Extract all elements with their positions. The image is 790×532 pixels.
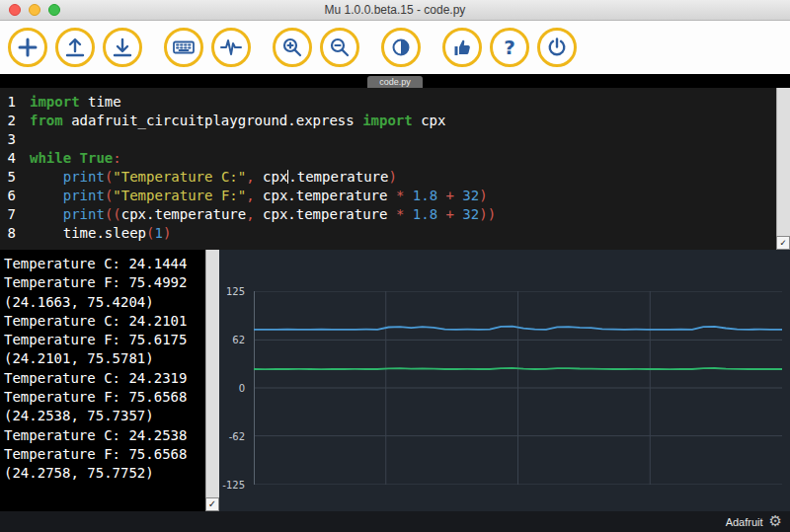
code-token: 1 [154,225,162,241]
code-token: while True [30,150,113,166]
zoom-in-button[interactable] [273,28,312,67]
code-line[interactable]: 5 print("Temperature C:", cpx.temperatur… [0,168,790,187]
code-token: time [80,94,121,110]
question-icon: ? [504,38,515,57]
console-line: (24.2538, 75.7357) [4,407,219,425]
repl-button[interactable] [164,28,203,67]
code-token [30,188,63,203]
line-number: 8 [0,224,30,243]
code-token: print [63,188,105,203]
y-tick-label: -62 [229,430,245,441]
serial-button-group [164,28,251,67]
code-token: .temperature [288,169,388,185]
console-line: Temperature C: 24.2319 [4,369,219,388]
upload-icon [64,37,86,58]
power-icon [546,37,568,58]
titlebar: Mu 1.0.0.beta.15 - code.py [0,0,790,21]
theme-button[interactable] [381,28,421,67]
console-line: Temperature C: 24.2538 [4,426,219,445]
plotter-svg [254,291,782,485]
help-button[interactable]: ? [490,28,529,67]
code-token: import [30,94,80,110]
code-token: (( [105,206,121,222]
console-scroll-checkbox[interactable]: ✓ [205,497,219,511]
code-editor[interactable]: 1import time2from adafruit_circuitplaygr… [0,88,790,250]
download-icon [112,37,133,58]
plotter-pane: 125620-62-125 [219,250,790,511]
code-token: , [246,169,254,185]
keyboard-icon [172,36,196,59]
line-number: 6 [0,187,30,205]
code-token: 32 [454,188,479,203]
code-line[interactable]: 1import time [0,93,790,112]
code-token: print [63,206,105,222]
editor-scroll-checkbox[interactable]: ✓ [776,236,790,250]
code-token: "Temperature C:" [113,169,246,185]
console-output: Temperature C: 24.1444Temperature F: 75.… [0,250,219,484]
code-line[interactable]: 4while True: [0,149,790,168]
console-line: Temperature C: 24.2101 [4,312,219,331]
code-line[interactable]: 6 print("Temperature F:", cpx.temperatur… [0,187,790,205]
code-token: adafruit_circuitplayground.express [63,113,362,128]
code-line[interactable]: 2from adafruit_circuitplayground.express… [0,112,790,130]
console-line: (24.2101, 75.5781) [4,349,219,368]
quit-button[interactable] [537,28,577,67]
code-token: 1.8 [404,188,445,203]
y-tick-label: 0 [239,383,245,394]
new-button[interactable] [8,28,47,67]
code-token: , [246,188,254,203]
line-number: 3 [0,130,30,149]
magnifier-plus-icon [281,37,303,58]
code-token: cpx.temperature [121,206,246,222]
plotter-chart [254,291,782,485]
code-token: cpx.temperature [255,206,396,222]
y-tick-label: 62 [232,335,245,345]
plotter-button[interactable] [211,28,251,67]
console-line: Temperature C: 24.1444 [4,255,219,273]
code-token: "Temperature F:" [113,188,246,203]
tab-codepy[interactable]: code.py [367,76,423,88]
editor-scrollbar[interactable] [776,88,790,250]
check-button[interactable] [442,28,482,67]
toolbar: ? [0,21,790,74]
code-token: cpx [413,113,446,128]
console-line: Temperature F: 75.6568 [4,445,219,464]
window-title: Mu 1.0.0.beta.15 - code.py [0,3,790,17]
code-token: , [246,206,254,222]
code-token: ) [163,225,171,241]
code-token: + [446,188,454,203]
code-token: 1.8 [404,206,445,222]
code-token [30,169,63,185]
y-tick-label: 125 [226,286,245,297]
magnifier-minus-icon [329,37,351,58]
line-number: 1 [0,93,30,112]
mu-window: Mu 1.0.0.beta.15 - code.py [0,0,790,532]
code-token: 32 [454,206,479,222]
gear-icon[interactable]: ⚙ [769,514,782,529]
line-number: 2 [0,112,30,130]
bottom-panes: Temperature C: 24.1444Temperature F: 75.… [0,250,790,511]
code-token: )) [479,206,496,222]
console-scrollbar[interactable] [205,250,219,511]
waveform-icon [219,36,243,59]
file-button-group [8,28,142,67]
code-line[interactable]: 7 print((cpx.temperature, cpx.temperatur… [0,205,790,224]
code-area[interactable]: 1import time2from adafruit_circuitplaygr… [0,88,790,243]
tab-bar: code.py [0,74,790,88]
thumbs-up-icon [451,37,473,58]
code-line[interactable]: 8 time.sleep(1) [0,224,790,243]
code-token: + [446,206,454,222]
code-token [30,206,63,222]
code-token: print [63,169,105,185]
code-token: import [362,113,413,128]
mode-label: Adafruit [726,516,763,528]
line-number: 7 [0,205,30,224]
line-number: 5 [0,168,30,187]
code-line[interactable]: 3 [0,130,790,149]
code-token: ) [479,188,487,203]
load-button[interactable] [55,28,95,67]
serial-console[interactable]: Temperature C: 24.1444Temperature F: 75.… [0,250,219,511]
zoom-out-button[interactable] [320,28,359,67]
save-button[interactable] [103,28,142,67]
code-token: from [30,113,63,128]
